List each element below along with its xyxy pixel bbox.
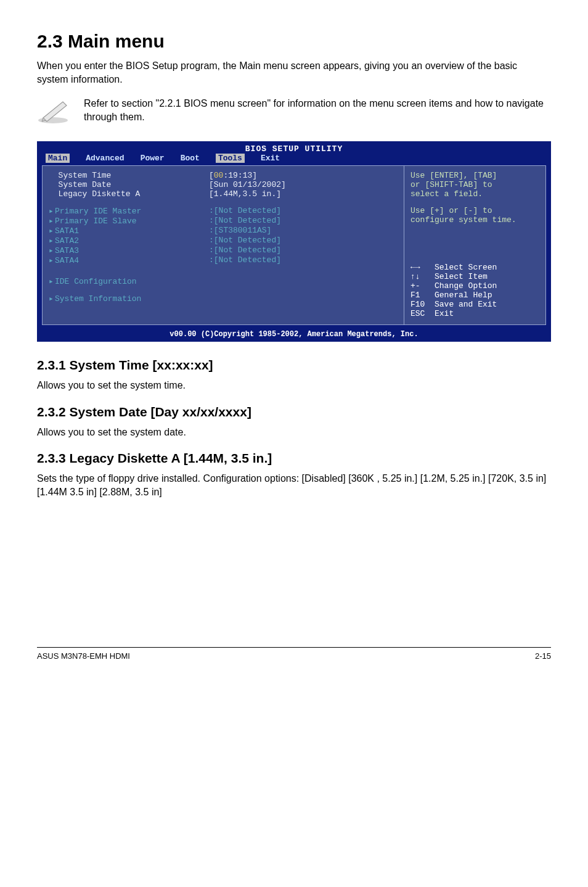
section-title: 2.3 Main menu	[37, 31, 551, 52]
primary-ide-slave-label[interactable]: ▸Primary IDE Slave	[49, 216, 209, 226]
help-text: select a field.	[410, 189, 539, 199]
label-text: IDE Configuration	[55, 277, 137, 286]
label-text: SATA4	[55, 256, 79, 265]
help-text: or [SHIFT-TAB] to	[410, 180, 539, 189]
tab-main[interactable]: Main	[46, 154, 70, 163]
triangle-icon: ▸	[49, 276, 55, 286]
tab-boot[interactable]: Boot	[181, 154, 200, 163]
triangle-icon: ▸	[49, 245, 55, 255]
nav-hint: ↑↓ Select Item	[410, 272, 539, 281]
time-rest: :19:13]	[223, 171, 257, 180]
ide-configuration-item[interactable]: ▸IDE Configuration	[49, 276, 209, 286]
triangle-icon: ▸	[49, 216, 55, 226]
subsection-body: Allows you to set the system time.	[37, 379, 551, 392]
sata1-label[interactable]: ▸SATA1	[49, 226, 209, 236]
label-text: Primary IDE Master	[55, 207, 141, 216]
subsection-title-system-date: 2.3.2 System Date [Day xx/xx/xxxx]	[37, 405, 551, 419]
subsection-body: Sets the type of floppy drive installed.…	[37, 472, 551, 498]
sata3-value: :[Not Detected]	[209, 245, 398, 255]
note-block: Refer to section "2.2.1 BIOS menu screen…	[37, 97, 551, 126]
triangle-icon: ▸	[49, 206, 55, 216]
sata2-label[interactable]: ▸SATA2	[49, 236, 209, 245]
label-text: System Time	[59, 171, 112, 180]
system-time-value[interactable]: [00:19:13]	[209, 171, 398, 180]
sata2-value: :[Not Detected]	[209, 236, 398, 245]
label-text: System Date	[59, 180, 112, 189]
subsection-title-system-time: 2.3.1 System Time [xx:xx:xx]	[37, 358, 551, 373]
subsection-title-legacy-diskette: 2.3.3 Legacy Diskette A [1.44M, 3.5 in.]	[37, 451, 551, 466]
tab-exit[interactable]: Exit	[261, 154, 280, 163]
footer-right: 2-15	[535, 651, 551, 661]
system-time-label[interactable]: System Time	[49, 171, 209, 180]
system-date-label[interactable]: System Date	[49, 180, 209, 189]
label-text: Primary IDE Slave	[55, 217, 137, 226]
sata3-label[interactable]: ▸SATA3	[49, 245, 209, 255]
label-text: SATA1	[55, 226, 79, 236]
tab-tools[interactable]: Tools	[216, 154, 245, 163]
label-text: System Information	[55, 294, 141, 303]
legacy-diskette-value[interactable]: [1.44M,3.5 in.]	[209, 189, 398, 199]
triangle-icon: ▸	[49, 226, 55, 236]
help-text: configure system time.	[410, 215, 539, 225]
sata1-value: :[ST380011AS]	[209, 226, 398, 236]
triangle-icon: ▸	[49, 294, 55, 303]
bios-help-panel: Use [ENTER], [TAB] or [SHIFT-TAB] to sel…	[404, 165, 546, 325]
triangle-icon: ▸	[49, 255, 55, 265]
legacy-diskette-label[interactable]: Legacy Diskette A	[49, 189, 209, 199]
nav-hint: F1 General Help	[410, 291, 539, 300]
nav-hint: +- Change Option	[410, 281, 539, 291]
tab-power[interactable]: Power	[141, 154, 165, 163]
label-text: SATA2	[55, 236, 79, 245]
primary-ide-master-value: :[Not Detected]	[209, 206, 398, 216]
bios-window: BIOS SETUP UTILITY Main Advanced Power B…	[37, 141, 551, 342]
label-text: SATA3	[55, 246, 79, 255]
triangle-icon: ▸	[49, 236, 55, 245]
label-text: Legacy Diskette A	[59, 189, 141, 199]
bios-main-panel: System Time [00:19:13] System Date [Sun …	[42, 165, 404, 325]
primary-ide-master-label[interactable]: ▸Primary IDE Master	[49, 206, 209, 216]
intro-paragraph: When you enter the BIOS Setup program, t…	[37, 59, 551, 86]
nav-hint: ←→ Select Screen	[410, 263, 539, 272]
system-date-value[interactable]: [Sun 01/13/2002]	[209, 180, 398, 189]
page-footer: ASUS M3N78-EMH HDMI 2-15	[37, 647, 551, 661]
sata4-value: :[Not Detected]	[209, 255, 398, 265]
nav-hint: ESC Exit	[410, 309, 539, 318]
bios-title: BIOS SETUP UTILITY	[38, 142, 550, 154]
subsection-body: Allows you to set the system date.	[37, 426, 551, 439]
hour-field[interactable]: 00	[214, 171, 224, 180]
tab-advanced[interactable]: Advanced	[86, 154, 124, 163]
footer-left: ASUS M3N78-EMH HDMI	[37, 651, 130, 661]
sata4-label[interactable]: ▸SATA4	[49, 255, 209, 265]
help-text: Use [ENTER], [TAB]	[410, 171, 539, 180]
note-pencil-icon	[37, 97, 71, 126]
bios-tabs: Main Advanced Power Boot Tools Exit	[38, 154, 550, 165]
help-text: Use [+] or [-] to	[410, 206, 539, 215]
nav-hint: F10 Save and Exit	[410, 300, 539, 309]
system-information-item[interactable]: ▸System Information	[49, 294, 209, 303]
bios-copyright: v00.00 (C)Copyright 1985-2002, American …	[38, 329, 550, 340]
primary-ide-slave-value: :[Not Detected]	[209, 216, 398, 226]
note-text: Refer to section "2.2.1 BIOS menu screen…	[84, 97, 551, 123]
